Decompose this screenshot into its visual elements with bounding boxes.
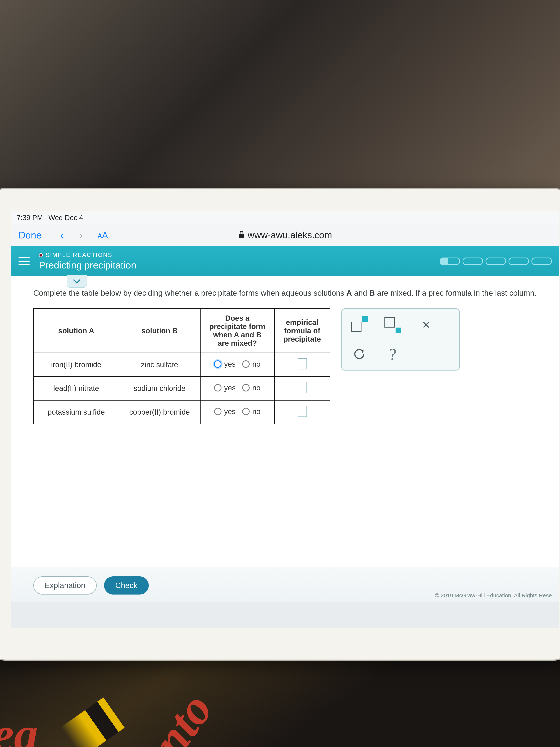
progress-box bbox=[508, 258, 529, 265]
col-header-solution-a: solution A bbox=[34, 309, 117, 353]
col-header-formula: empirical formula of precipitate bbox=[274, 309, 330, 353]
copyright-text: © 2019 McGraw-Hill Education. All Rights… bbox=[435, 592, 552, 599]
url-text: www-awu.aleks.com bbox=[247, 230, 332, 240]
page-title: Predicting precipitation bbox=[39, 260, 136, 271]
cell-yes-no: yesno bbox=[201, 377, 274, 401]
formula-input[interactable] bbox=[298, 406, 307, 417]
reset-button[interactable] bbox=[351, 346, 368, 363]
topic-dot-icon bbox=[39, 253, 43, 257]
lock-icon bbox=[238, 230, 245, 240]
text-size-button[interactable]: AA bbox=[98, 230, 108, 240]
photo-background-bottom: ento ea bbox=[0, 647, 560, 747]
cell-solution-a: iron(II) bromide bbox=[34, 353, 117, 377]
forward-button[interactable]: › bbox=[79, 228, 83, 242]
kicker-text: SIMPLE REACTIONS bbox=[46, 252, 112, 258]
help-button[interactable]: ? bbox=[384, 346, 401, 363]
done-button[interactable]: Done bbox=[19, 230, 42, 241]
subscript-tool[interactable] bbox=[384, 316, 401, 333]
progress-box bbox=[462, 258, 483, 265]
formula-input[interactable] bbox=[298, 382, 307, 393]
radio-yes-label: yes bbox=[224, 384, 236, 392]
radio-yes[interactable] bbox=[214, 360, 221, 368]
cell-yes-no: yesno bbox=[201, 353, 274, 377]
status-date: Wed Dec 4 bbox=[49, 214, 83, 222]
back-button[interactable]: ‹ bbox=[60, 228, 64, 242]
url-bar[interactable]: www-awu.aleks.com bbox=[238, 230, 332, 240]
status-time: 7:39 PM bbox=[17, 214, 43, 222]
progress-box bbox=[485, 258, 506, 265]
radio-yes-label: yes bbox=[224, 360, 236, 368]
table-row: iron(II) bromidezinc sulfateyesno bbox=[34, 353, 330, 377]
cell-formula bbox=[274, 353, 330, 377]
formula-input[interactable] bbox=[298, 358, 307, 369]
progress-indicator bbox=[439, 258, 552, 265]
radio-yes[interactable] bbox=[214, 384, 221, 391]
ipad-screen: 7:39 PM Wed Dec 4 Done ‹ › AA www-awu.al… bbox=[11, 211, 559, 628]
cell-formula bbox=[274, 377, 330, 401]
progress-box bbox=[439, 258, 460, 265]
instruction-text: Complete the table below by deciding whe… bbox=[33, 287, 552, 299]
progress-box bbox=[532, 258, 552, 265]
menu-button[interactable] bbox=[19, 257, 30, 265]
ios-status-bar: 7:39 PM Wed Dec 4 bbox=[11, 211, 559, 224]
table-row: lead(II) nitratesodium chlorideyesno bbox=[34, 377, 330, 401]
decorative-text-ea: ea bbox=[0, 706, 38, 747]
expand-tab-button[interactable] bbox=[67, 275, 87, 288]
cell-solution-b: copper(II) bromide bbox=[117, 401, 201, 424]
table-row: potassium sulfidecopper(II) bromideyesno bbox=[34, 401, 330, 424]
radio-no-label: no bbox=[252, 384, 261, 392]
col-header-precipitate-question: Does a precipitate form when A and B are… bbox=[201, 309, 274, 353]
cell-solution-b: zinc sulfate bbox=[117, 353, 201, 377]
header-kicker: SIMPLE REACTIONS bbox=[39, 252, 136, 258]
superscript-tool[interactable] bbox=[351, 316, 368, 333]
radio-no[interactable] bbox=[242, 408, 250, 415]
cell-solution-b: sodium chloride bbox=[117, 377, 201, 401]
radio-no[interactable] bbox=[242, 360, 250, 368]
tool-panel: × ? bbox=[341, 308, 460, 370]
radio-no-label: no bbox=[252, 407, 261, 416]
radio-no[interactable] bbox=[242, 384, 250, 391]
precipitate-table: solution A solution B Does a precipitate… bbox=[33, 308, 330, 424]
ipad-frame: 7:39 PM Wed Dec 4 Done ‹ › AA www-awu.al… bbox=[0, 189, 560, 660]
explanation-button[interactable]: Explanation bbox=[33, 576, 97, 594]
bottom-bar: Explanation Check © 2019 McGraw-Hill Edu… bbox=[11, 567, 559, 602]
cell-formula bbox=[274, 401, 330, 424]
radio-yes[interactable] bbox=[214, 408, 221, 415]
col-header-solution-b: solution B bbox=[117, 309, 201, 353]
app-header: SIMPLE REACTIONS Predicting precipitatio… bbox=[11, 247, 559, 276]
photo-background-top bbox=[0, 0, 560, 198]
safari-toolbar: Done ‹ › AA www-awu.aleks.com bbox=[11, 224, 559, 247]
check-button[interactable]: Check bbox=[104, 576, 149, 594]
cell-solution-a: lead(II) nitrate bbox=[34, 377, 117, 401]
content-area: Complete the table below by deciding whe… bbox=[11, 276, 559, 602]
clear-button[interactable]: × bbox=[418, 316, 434, 333]
radio-yes-label: yes bbox=[224, 407, 236, 416]
radio-no-label: no bbox=[252, 360, 261, 368]
decorative-text-ento: ento bbox=[129, 683, 223, 747]
cell-solution-a: potassium sulfide bbox=[34, 401, 117, 424]
cell-yes-no: yesno bbox=[201, 401, 274, 424]
